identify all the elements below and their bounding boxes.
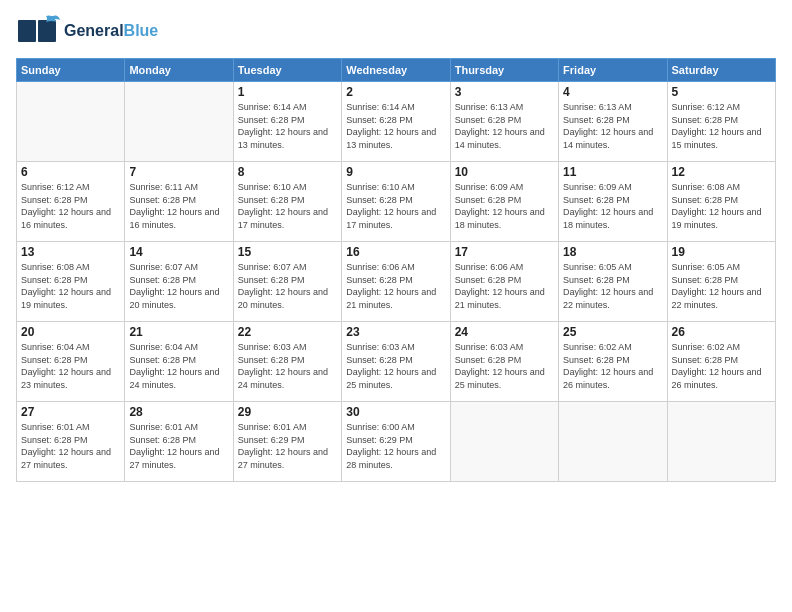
calendar-cell: 9Sunrise: 6:10 AMSunset: 6:28 PMDaylight… bbox=[342, 162, 450, 242]
day-number: 17 bbox=[455, 245, 554, 259]
col-tuesday: Tuesday bbox=[233, 59, 341, 82]
day-number: 21 bbox=[129, 325, 228, 339]
day-info: Sunrise: 6:05 AMSunset: 6:28 PMDaylight:… bbox=[563, 261, 662, 311]
day-number: 16 bbox=[346, 245, 445, 259]
day-info: Sunrise: 6:08 AMSunset: 6:28 PMDaylight:… bbox=[21, 261, 120, 311]
header: GeneralBlue bbox=[16, 12, 776, 50]
day-info: Sunrise: 6:08 AMSunset: 6:28 PMDaylight:… bbox=[672, 181, 771, 231]
calendar-week-row: 13Sunrise: 6:08 AMSunset: 6:28 PMDayligh… bbox=[17, 242, 776, 322]
calendar-cell bbox=[450, 402, 558, 482]
day-info: Sunrise: 6:02 AMSunset: 6:28 PMDaylight:… bbox=[563, 341, 662, 391]
logo-general: General bbox=[64, 22, 124, 39]
calendar-week-row: 1Sunrise: 6:14 AMSunset: 6:28 PMDaylight… bbox=[17, 82, 776, 162]
calendar-cell: 14Sunrise: 6:07 AMSunset: 6:28 PMDayligh… bbox=[125, 242, 233, 322]
col-sunday: Sunday bbox=[17, 59, 125, 82]
day-info: Sunrise: 6:10 AMSunset: 6:28 PMDaylight:… bbox=[238, 181, 337, 231]
calendar-cell: 2Sunrise: 6:14 AMSunset: 6:28 PMDaylight… bbox=[342, 82, 450, 162]
day-info: Sunrise: 6:03 AMSunset: 6:28 PMDaylight:… bbox=[346, 341, 445, 391]
calendar-cell bbox=[17, 82, 125, 162]
day-number: 8 bbox=[238, 165, 337, 179]
day-info: Sunrise: 6:07 AMSunset: 6:28 PMDaylight:… bbox=[129, 261, 228, 311]
day-number: 19 bbox=[672, 245, 771, 259]
calendar-cell: 28Sunrise: 6:01 AMSunset: 6:28 PMDayligh… bbox=[125, 402, 233, 482]
col-saturday: Saturday bbox=[667, 59, 775, 82]
calendar-cell: 29Sunrise: 6:01 AMSunset: 6:29 PMDayligh… bbox=[233, 402, 341, 482]
day-number: 24 bbox=[455, 325, 554, 339]
day-number: 5 bbox=[672, 85, 771, 99]
calendar-table: Sunday Monday Tuesday Wednesday Thursday… bbox=[16, 58, 776, 482]
calendar-cell: 30Sunrise: 6:00 AMSunset: 6:29 PMDayligh… bbox=[342, 402, 450, 482]
day-info: Sunrise: 6:07 AMSunset: 6:28 PMDaylight:… bbox=[238, 261, 337, 311]
day-info: Sunrise: 6:03 AMSunset: 6:28 PMDaylight:… bbox=[455, 341, 554, 391]
day-number: 28 bbox=[129, 405, 228, 419]
calendar-cell: 1Sunrise: 6:14 AMSunset: 6:28 PMDaylight… bbox=[233, 82, 341, 162]
day-info: Sunrise: 6:01 AMSunset: 6:28 PMDaylight:… bbox=[129, 421, 228, 471]
day-number: 7 bbox=[129, 165, 228, 179]
day-info: Sunrise: 6:12 AMSunset: 6:28 PMDaylight:… bbox=[672, 101, 771, 151]
calendar-cell: 10Sunrise: 6:09 AMSunset: 6:28 PMDayligh… bbox=[450, 162, 558, 242]
day-info: Sunrise: 6:09 AMSunset: 6:28 PMDaylight:… bbox=[563, 181, 662, 231]
day-number: 3 bbox=[455, 85, 554, 99]
logo-text-block: GeneralBlue bbox=[64, 22, 158, 40]
calendar-cell bbox=[125, 82, 233, 162]
page: GeneralBlue Sunday Monday Tuesday Wednes… bbox=[0, 0, 792, 612]
day-info: Sunrise: 6:06 AMSunset: 6:28 PMDaylight:… bbox=[346, 261, 445, 311]
day-info: Sunrise: 6:09 AMSunset: 6:28 PMDaylight:… bbox=[455, 181, 554, 231]
day-info: Sunrise: 6:14 AMSunset: 6:28 PMDaylight:… bbox=[346, 101, 445, 151]
day-number: 22 bbox=[238, 325, 337, 339]
day-number: 9 bbox=[346, 165, 445, 179]
day-number: 2 bbox=[346, 85, 445, 99]
svg-rect-0 bbox=[18, 20, 36, 42]
calendar-cell: 19Sunrise: 6:05 AMSunset: 6:28 PMDayligh… bbox=[667, 242, 775, 322]
col-friday: Friday bbox=[559, 59, 667, 82]
day-number: 26 bbox=[672, 325, 771, 339]
col-thursday: Thursday bbox=[450, 59, 558, 82]
day-info: Sunrise: 6:13 AMSunset: 6:28 PMDaylight:… bbox=[563, 101, 662, 151]
day-number: 13 bbox=[21, 245, 120, 259]
day-number: 23 bbox=[346, 325, 445, 339]
day-number: 12 bbox=[672, 165, 771, 179]
calendar-cell: 16Sunrise: 6:06 AMSunset: 6:28 PMDayligh… bbox=[342, 242, 450, 322]
calendar-cell: 4Sunrise: 6:13 AMSunset: 6:28 PMDaylight… bbox=[559, 82, 667, 162]
logo-blue: Blue bbox=[124, 22, 159, 39]
logo-icon bbox=[16, 12, 60, 50]
calendar-week-row: 6Sunrise: 6:12 AMSunset: 6:28 PMDaylight… bbox=[17, 162, 776, 242]
day-info: Sunrise: 6:12 AMSunset: 6:28 PMDaylight:… bbox=[21, 181, 120, 231]
day-info: Sunrise: 6:00 AMSunset: 6:29 PMDaylight:… bbox=[346, 421, 445, 471]
col-wednesday: Wednesday bbox=[342, 59, 450, 82]
day-number: 1 bbox=[238, 85, 337, 99]
day-number: 27 bbox=[21, 405, 120, 419]
calendar-cell: 21Sunrise: 6:04 AMSunset: 6:28 PMDayligh… bbox=[125, 322, 233, 402]
calendar-cell bbox=[667, 402, 775, 482]
day-info: Sunrise: 6:04 AMSunset: 6:28 PMDaylight:… bbox=[129, 341, 228, 391]
calendar-week-row: 27Sunrise: 6:01 AMSunset: 6:28 PMDayligh… bbox=[17, 402, 776, 482]
day-info: Sunrise: 6:03 AMSunset: 6:28 PMDaylight:… bbox=[238, 341, 337, 391]
calendar-cell: 25Sunrise: 6:02 AMSunset: 6:28 PMDayligh… bbox=[559, 322, 667, 402]
col-monday: Monday bbox=[125, 59, 233, 82]
day-number: 30 bbox=[346, 405, 445, 419]
calendar-cell: 20Sunrise: 6:04 AMSunset: 6:28 PMDayligh… bbox=[17, 322, 125, 402]
calendar-cell: 22Sunrise: 6:03 AMSunset: 6:28 PMDayligh… bbox=[233, 322, 341, 402]
calendar-cell: 26Sunrise: 6:02 AMSunset: 6:28 PMDayligh… bbox=[667, 322, 775, 402]
day-info: Sunrise: 6:05 AMSunset: 6:28 PMDaylight:… bbox=[672, 261, 771, 311]
day-number: 4 bbox=[563, 85, 662, 99]
day-number: 20 bbox=[21, 325, 120, 339]
calendar-cell: 5Sunrise: 6:12 AMSunset: 6:28 PMDaylight… bbox=[667, 82, 775, 162]
calendar-cell: 13Sunrise: 6:08 AMSunset: 6:28 PMDayligh… bbox=[17, 242, 125, 322]
logo: GeneralBlue bbox=[16, 12, 158, 50]
calendar-cell: 23Sunrise: 6:03 AMSunset: 6:28 PMDayligh… bbox=[342, 322, 450, 402]
day-number: 18 bbox=[563, 245, 662, 259]
calendar-cell: 6Sunrise: 6:12 AMSunset: 6:28 PMDaylight… bbox=[17, 162, 125, 242]
calendar-cell: 18Sunrise: 6:05 AMSunset: 6:28 PMDayligh… bbox=[559, 242, 667, 322]
calendar-cell: 7Sunrise: 6:11 AMSunset: 6:28 PMDaylight… bbox=[125, 162, 233, 242]
calendar-header-row: Sunday Monday Tuesday Wednesday Thursday… bbox=[17, 59, 776, 82]
day-number: 11 bbox=[563, 165, 662, 179]
day-info: Sunrise: 6:11 AMSunset: 6:28 PMDaylight:… bbox=[129, 181, 228, 231]
day-number: 29 bbox=[238, 405, 337, 419]
day-info: Sunrise: 6:13 AMSunset: 6:28 PMDaylight:… bbox=[455, 101, 554, 151]
calendar-cell: 12Sunrise: 6:08 AMSunset: 6:28 PMDayligh… bbox=[667, 162, 775, 242]
calendar-week-row: 20Sunrise: 6:04 AMSunset: 6:28 PMDayligh… bbox=[17, 322, 776, 402]
calendar-cell: 17Sunrise: 6:06 AMSunset: 6:28 PMDayligh… bbox=[450, 242, 558, 322]
day-number: 10 bbox=[455, 165, 554, 179]
day-info: Sunrise: 6:10 AMSunset: 6:28 PMDaylight:… bbox=[346, 181, 445, 231]
